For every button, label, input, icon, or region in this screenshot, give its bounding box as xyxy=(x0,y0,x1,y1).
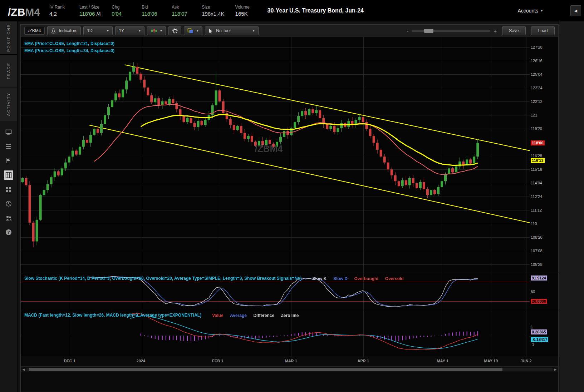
scroll-left-icon[interactable]: ◀ xyxy=(21,368,26,371)
axis-tick-label: 119'20 xyxy=(531,126,542,131)
axis-badge: 118'06 xyxy=(531,140,545,145)
chevron-down-icon: ▼ xyxy=(106,29,109,33)
flask-icon xyxy=(51,28,56,34)
people-icon[interactable] xyxy=(4,213,13,223)
axis-tick-label: 107'08 xyxy=(531,249,543,253)
zoom-out-button[interactable]: - xyxy=(407,28,408,34)
zoom-slider[interactable] xyxy=(412,30,490,32)
indicators-button[interactable]: Indicators xyxy=(47,26,81,35)
axis-tick-label: 125'04 xyxy=(531,72,543,76)
axis-tick-label: 112'24 xyxy=(531,194,542,199)
axis-tick-label: 115'16 xyxy=(531,167,542,172)
svg-text:?: ? xyxy=(8,230,10,234)
field-iv-rank: IV Rank 4.2 xyxy=(49,4,69,18)
sidebar-tab-activity[interactable]: ACTIVITY xyxy=(0,88,17,121)
axis-tick-label: 108'20 xyxy=(531,235,543,239)
time-axis-label: MAY 1 xyxy=(437,359,448,363)
sidebar-tab-trade[interactable]: TRADE xyxy=(0,55,17,88)
clock-icon[interactable] xyxy=(4,199,13,208)
field-size: Size 198x1.4K xyxy=(202,4,224,18)
drawings-dropdown[interactable]: ▼ xyxy=(184,26,202,35)
chart-scrollbar[interactable]: ◀ ▶ xyxy=(21,366,558,372)
axis-tick-label: 123'24 xyxy=(531,86,543,90)
macd-axis[interactable]: 10.26865-0.18417-1 xyxy=(530,310,558,357)
time-axis[interactable]: DEC 12024FEB 1MAR 1APR 1MAY 1MAY 19JUN 2 xyxy=(21,357,558,366)
price-panel: EMA (Price=CLOSE, Length=21, Displace=0)… xyxy=(21,37,558,273)
candlestick-icon xyxy=(151,28,157,33)
instrument-title: 30-Year U.S. Treasury Bond, Jun-24 xyxy=(268,8,364,14)
trading-platform-window: /ZB M4 IV Rank 4.2 Last / Size 118'06 /4… xyxy=(0,0,584,392)
grid-icon[interactable] xyxy=(4,185,13,194)
chart-widget: /ZBM4 Indicators 1D ▼ 1Y ▼ xyxy=(20,24,559,392)
axis-badge: 91.9124 xyxy=(531,276,547,281)
zoom-slider-handle[interactable] xyxy=(424,29,433,33)
scrollbar-handle[interactable] xyxy=(29,368,502,371)
collapse-panel-button[interactable]: ◀ xyxy=(570,5,581,16)
field-bid: Bid 118'06 xyxy=(142,4,161,18)
time-axis-label: 2024 xyxy=(137,359,145,363)
symbol-root: /ZB xyxy=(5,3,25,18)
time-axis-label: MAY 19 xyxy=(484,359,498,363)
chevron-down-icon: ▼ xyxy=(540,9,543,13)
axis-tick-label: 111'12 xyxy=(531,208,542,212)
zoom-in-button[interactable]: + xyxy=(494,28,497,34)
axis-tick-label: 50 xyxy=(531,289,535,294)
price-axis[interactable]: 127'28126'16125'04123'24122'12121119'201… xyxy=(530,37,558,273)
cursor-icon xyxy=(208,28,213,34)
axis-tick-label: 116'28 xyxy=(531,154,542,158)
list-icon[interactable] xyxy=(4,142,13,151)
load-button[interactable]: Load xyxy=(531,26,555,35)
stochastic-axis[interactable]: 91.91245020.0000 xyxy=(530,273,558,310)
axis-badge: 116'13 xyxy=(531,158,545,163)
sidebar-tab-positions[interactable]: POSITIONS xyxy=(0,21,17,55)
right-panel-gutter xyxy=(559,21,584,392)
scrollbar-track[interactable] xyxy=(26,368,553,371)
macd-plot[interactable]: MACD (Fast length=12, Slow length=26, MA… xyxy=(21,310,530,357)
chevron-left-icon: ◀ xyxy=(574,9,577,13)
axis-tick-label: 126'16 xyxy=(531,59,543,63)
accounts-menu[interactable]: Accounts ▼ xyxy=(517,8,543,14)
range-dropdown[interactable]: 1Y ▼ xyxy=(115,26,144,35)
symbol-title: /ZB M4 xyxy=(5,3,40,18)
field-last-size: Last / Size 118'06 /4 xyxy=(79,4,101,18)
stochastic-plot[interactable]: Slow Stochastic (K Period=14, D Period=3… xyxy=(21,273,530,310)
axis-tick-label: 127'28 xyxy=(531,45,543,49)
axis-tick-label: 121 xyxy=(531,113,537,117)
time-axis-label: FEB 1 xyxy=(212,359,223,363)
axis-badge: 0.26865 xyxy=(531,329,547,334)
chevron-down-icon: ▼ xyxy=(138,29,141,33)
symbol-expiry: M4 xyxy=(25,6,40,18)
axis-tick-label: 105'28 xyxy=(531,262,543,267)
chevron-down-icon: ▼ xyxy=(196,29,199,33)
axis-tick-label: -1 xyxy=(531,342,534,347)
scroll-right-icon[interactable]: ▶ xyxy=(553,368,558,371)
axis-tick-label: 110 xyxy=(531,222,537,226)
time-axis-label: MAR 1 xyxy=(285,359,297,363)
tool-dropdown[interactable]: No Tool ▼ xyxy=(205,26,259,35)
price-plot[interactable]: EMA (Price=CLOSE, Length=21, Displace=0)… xyxy=(21,37,530,273)
quote-header: /ZB M4 IV Rank 4.2 Last / Size 118'06 /4… xyxy=(0,0,584,21)
chart-grid-icon[interactable] xyxy=(4,170,13,180)
chart-symbol-label[interactable]: /ZBM4 xyxy=(24,27,45,35)
time-axis-label: APR 1 xyxy=(357,359,369,363)
time-axis-label: JUN 2 xyxy=(520,359,531,363)
field-chg: Chg 0'04 xyxy=(112,4,131,18)
chart-settings-button[interactable] xyxy=(168,26,181,35)
help-icon[interactable]: ? xyxy=(4,228,13,237)
field-ask: Ask 118'07 xyxy=(172,4,191,18)
stochastic-panel: Slow Stochastic (K Period=14, D Period=3… xyxy=(21,273,558,310)
monitor-icon[interactable] xyxy=(4,128,13,137)
axis-badge: -0.18417 xyxy=(531,337,548,342)
chart-toolbar: /ZBM4 Indicators 1D ▼ 1Y ▼ xyxy=(21,25,558,37)
save-button[interactable]: Save xyxy=(502,26,526,35)
chevron-down-icon: ▼ xyxy=(160,29,162,33)
macd-panel: MACD (Fast length=12, Slow length=26, MA… xyxy=(21,310,558,357)
axis-tick-label: 122'12 xyxy=(531,99,543,104)
axis-tick-label: 1 xyxy=(531,325,533,329)
field-volume: Volume 165K xyxy=(235,4,255,18)
chart-type-dropdown[interactable]: ▼ xyxy=(147,26,166,35)
chevron-down-icon: ▼ xyxy=(252,29,255,33)
flag-icon[interactable] xyxy=(4,156,13,165)
timeframe-dropdown[interactable]: 1D ▼ xyxy=(83,26,113,35)
time-axis-label: DEC 1 xyxy=(64,359,75,363)
